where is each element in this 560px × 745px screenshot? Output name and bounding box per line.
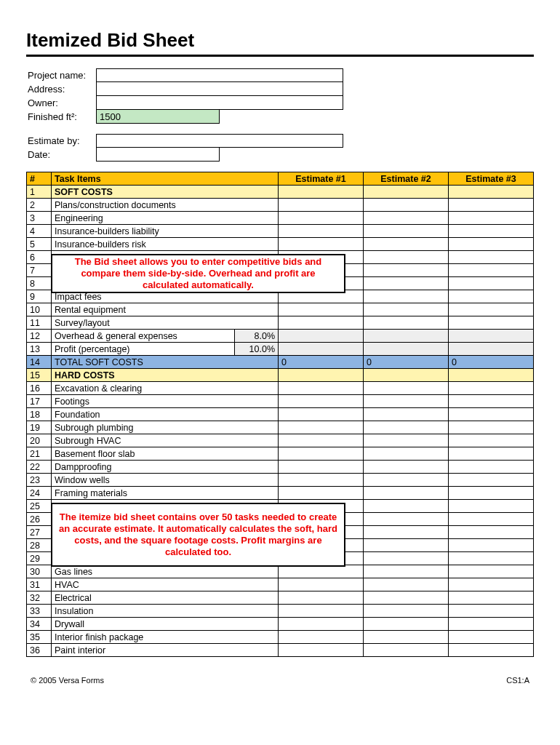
estimate-cell[interactable]	[364, 644, 449, 657]
estimate-cell[interactable]	[448, 631, 533, 644]
estimate-cell[interactable]	[448, 421, 533, 434]
estimate-cell[interactable]	[279, 186, 364, 199]
percent-cell[interactable]: 10.0%	[235, 343, 279, 356]
estimate-cell[interactable]	[364, 330, 449, 343]
estimate-cell[interactable]	[279, 605, 364, 618]
estimate-cell[interactable]	[279, 238, 364, 251]
input-address[interactable]	[96, 82, 343, 96]
estimate-cell[interactable]	[448, 369, 533, 382]
estimate-cell[interactable]	[448, 461, 533, 474]
estimate-cell[interactable]	[448, 500, 533, 513]
estimate-cell[interactable]	[364, 565, 449, 578]
estimate-cell[interactable]	[364, 539, 449, 552]
estimate-cell[interactable]	[364, 238, 449, 251]
estimate-cell[interactable]	[364, 251, 449, 264]
estimate-cell[interactable]	[279, 578, 364, 591]
estimate-cell[interactable]	[448, 487, 533, 500]
estimate-cell[interactable]	[448, 225, 533, 238]
estimate-cell[interactable]	[364, 303, 449, 316]
input-date[interactable]	[96, 148, 220, 162]
estimate-cell[interactable]	[448, 434, 533, 447]
estimate-cell[interactable]	[364, 369, 449, 382]
estimate-cell[interactable]	[279, 369, 364, 382]
estimate-cell[interactable]	[448, 644, 533, 657]
estimate-cell[interactable]	[364, 199, 449, 212]
estimate-cell[interactable]	[279, 408, 364, 421]
estimate-cell[interactable]	[279, 225, 364, 238]
estimate-cell[interactable]	[448, 343, 533, 356]
estimate-cell[interactable]	[279, 330, 364, 343]
estimate-cell[interactable]	[448, 395, 533, 408]
estimate-cell[interactable]	[448, 408, 533, 421]
estimate-cell[interactable]	[364, 225, 449, 238]
estimate-cell[interactable]	[448, 199, 533, 212]
estimate-cell[interactable]	[448, 264, 533, 277]
estimate-cell[interactable]	[448, 578, 533, 591]
estimate-cell[interactable]	[448, 539, 533, 552]
estimate-cell[interactable]	[364, 421, 449, 434]
estimate-cell[interactable]	[279, 618, 364, 631]
estimate-cell[interactable]	[364, 631, 449, 644]
estimate-cell[interactable]	[364, 526, 449, 539]
estimate-cell[interactable]	[448, 316, 533, 330]
estimate-cell[interactable]	[279, 487, 364, 500]
input-estimate-by[interactable]	[96, 134, 343, 148]
estimate-cell[interactable]	[448, 513, 533, 526]
estimate-cell[interactable]	[279, 395, 364, 408]
estimate-cell[interactable]	[448, 330, 533, 343]
estimate-cell[interactable]	[279, 565, 364, 578]
estimate-cell[interactable]	[448, 212, 533, 225]
estimate-cell[interactable]	[364, 552, 449, 565]
estimate-cell[interactable]	[364, 408, 449, 421]
estimate-cell[interactable]	[279, 199, 364, 212]
input-finished-ft2[interactable]: 1500	[96, 110, 220, 124]
estimate-cell[interactable]	[364, 343, 449, 356]
estimate-cell[interactable]	[364, 290, 449, 303]
estimate-cell[interactable]	[364, 434, 449, 447]
estimate-cell[interactable]: 0	[279, 356, 364, 369]
estimate-cell[interactable]	[448, 251, 533, 264]
estimate-cell[interactable]	[279, 343, 364, 356]
estimate-cell[interactable]	[448, 618, 533, 631]
estimate-cell[interactable]	[364, 447, 449, 461]
estimate-cell[interactable]	[448, 238, 533, 251]
estimate-cell[interactable]	[279, 474, 364, 487]
estimate-cell[interactable]	[279, 631, 364, 644]
estimate-cell[interactable]	[279, 316, 364, 330]
estimate-cell[interactable]: 0	[448, 356, 533, 369]
estimate-cell[interactable]	[364, 264, 449, 277]
estimate-cell[interactable]	[448, 447, 533, 461]
estimate-cell[interactable]	[448, 565, 533, 578]
estimate-cell[interactable]	[279, 434, 364, 447]
estimate-cell[interactable]	[364, 591, 449, 605]
estimate-cell[interactable]	[448, 277, 533, 290]
estimate-cell[interactable]	[364, 395, 449, 408]
estimate-cell[interactable]	[364, 578, 449, 591]
estimate-cell[interactable]	[279, 382, 364, 395]
estimate-cell[interactable]	[448, 290, 533, 303]
estimate-cell[interactable]	[448, 474, 533, 487]
estimate-cell[interactable]	[448, 605, 533, 618]
estimate-cell[interactable]	[364, 500, 449, 513]
estimate-cell[interactable]	[279, 461, 364, 474]
estimate-cell[interactable]	[448, 303, 533, 316]
estimate-cell[interactable]	[448, 552, 533, 565]
estimate-cell[interactable]	[279, 447, 364, 461]
estimate-cell[interactable]	[364, 487, 449, 500]
estimate-cell[interactable]	[279, 644, 364, 657]
estimate-cell[interactable]	[364, 618, 449, 631]
estimate-cell[interactable]	[279, 591, 364, 605]
input-owner[interactable]	[96, 96, 343, 110]
estimate-cell[interactable]	[279, 303, 364, 316]
estimate-cell[interactable]	[364, 474, 449, 487]
estimate-cell[interactable]	[448, 526, 533, 539]
estimate-cell[interactable]	[364, 605, 449, 618]
estimate-cell[interactable]	[364, 277, 449, 290]
estimate-cell[interactable]	[448, 382, 533, 395]
percent-cell[interactable]: 8.0%	[235, 330, 279, 343]
estimate-cell[interactable]	[448, 591, 533, 605]
estimate-cell[interactable]	[364, 316, 449, 330]
estimate-cell[interactable]	[364, 513, 449, 526]
estimate-cell[interactable]	[279, 212, 364, 225]
estimate-cell[interactable]	[364, 186, 449, 199]
